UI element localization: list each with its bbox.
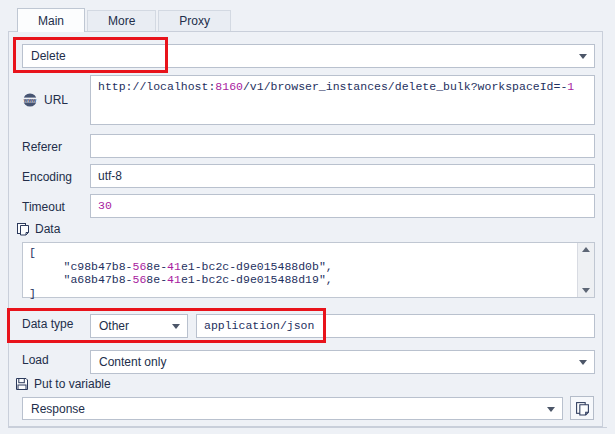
data-textarea[interactable]: [ "c98b47b8-568e-41e1-bc2c-d9e015488d0b"… xyxy=(22,242,595,298)
chevron-down-icon xyxy=(579,360,587,365)
method-dropdown[interactable]: Delete xyxy=(22,44,595,68)
load-label: Load xyxy=(22,353,49,367)
copy-pages-icon xyxy=(575,401,590,416)
data-type-dropdown[interactable]: Other xyxy=(90,314,188,338)
copy-pages-icon xyxy=(16,222,30,236)
tab-strip: Main More Proxy xyxy=(17,8,233,32)
put-to-variable-label: Put to variable xyxy=(34,377,111,391)
content-type-input[interactable]: application/json xyxy=(196,314,595,338)
url-label-group: www URL xyxy=(21,92,68,108)
method-dropdown-value: Delete xyxy=(31,49,66,63)
tab-more-label: More xyxy=(108,14,135,28)
tab-main-label: Main xyxy=(38,14,64,28)
url-input[interactable]: http://localhost:8160/v1/browser_instanc… xyxy=(90,75,595,125)
tab-proxy-label: Proxy xyxy=(179,14,210,28)
data-label: Data xyxy=(35,222,60,236)
tab-main[interactable]: Main xyxy=(17,8,85,32)
chevron-down-icon xyxy=(547,407,555,412)
data-scrollbar[interactable] xyxy=(577,243,594,297)
scroll-up-icon[interactable] xyxy=(582,247,590,252)
tab-proxy[interactable]: Proxy xyxy=(158,10,231,31)
url-label: URL xyxy=(44,93,68,107)
encoding-value: utf-8 xyxy=(98,169,122,183)
referer-label: Referer xyxy=(22,140,62,154)
floppy-disk-icon xyxy=(15,377,29,391)
www-globe-icon: www xyxy=(21,92,39,108)
load-dropdown[interactable]: Content only xyxy=(90,350,595,374)
chevron-down-icon xyxy=(172,324,180,329)
data-type-label: Data type xyxy=(22,317,73,331)
chevron-down-icon xyxy=(579,54,587,59)
bottom-divider xyxy=(8,427,607,428)
encoding-input[interactable]: utf-8 xyxy=(90,164,595,188)
put-to-variable-group: Put to variable xyxy=(15,377,111,391)
put-to-variable-dropdown[interactable]: Response xyxy=(22,397,563,420)
data-type-dropdown-value: Other xyxy=(99,319,129,333)
svg-text:www: www xyxy=(23,97,37,103)
put-to-variable-value: Response xyxy=(31,402,85,416)
timeout-label: Timeout xyxy=(22,200,65,214)
referer-input[interactable] xyxy=(90,134,595,158)
content-type-value: application/json xyxy=(204,319,314,332)
scroll-down-icon[interactable] xyxy=(582,288,590,293)
tab-more[interactable]: More xyxy=(87,10,156,31)
load-dropdown-value: Content only xyxy=(99,355,166,369)
http-request-settings-dialog: Main More Proxy Delete www URL http://lo… xyxy=(0,0,615,434)
encoding-label: Encoding xyxy=(22,170,72,184)
data-label-group: Data xyxy=(16,222,60,236)
timeout-input[interactable]: 30 xyxy=(90,194,595,218)
copy-variable-button[interactable] xyxy=(570,396,594,420)
